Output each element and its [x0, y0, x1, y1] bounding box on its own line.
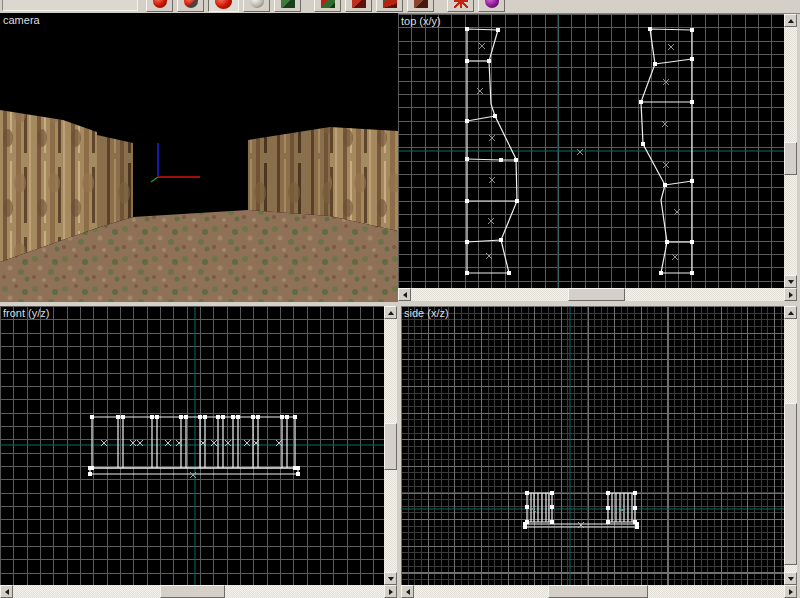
toolbar-separator [305, 0, 310, 12]
scroll-right-button[interactable] [784, 288, 797, 301]
toolbar-button-silver-sphere[interactable] [243, 0, 270, 12]
viewport-label-front: front (y/z) [3, 307, 49, 319]
red-blob-icon [215, 0, 232, 9]
side-view-wireframe [401, 306, 784, 585]
green-cube-icon [281, 0, 295, 8]
camera-scene [0, 13, 398, 302]
toolbar-button-maroon-cube[interactable] [407, 0, 434, 12]
toolbar-button-red-sphere-dark[interactable] [177, 0, 204, 12]
scroll-left-icon [403, 292, 407, 298]
purple-sphere-icon [485, 0, 499, 8]
scroll-up-button[interactable] [784, 14, 797, 27]
red-spokes-icon [454, 0, 468, 8]
toolbar-button-red-sphere[interactable] [146, 0, 173, 12]
toolbar-button-green-cube[interactable] [274, 0, 301, 12]
red-green-cube-icon [383, 0, 397, 8]
viewport-top: top (x/y) [398, 14, 798, 301]
front-view-wireframe [0, 306, 384, 585]
right-wall-far [248, 127, 330, 216]
top-view-wireframe [398, 14, 784, 288]
side-hscroll-thumb[interactable] [548, 585, 648, 598]
viewport-side: side (x/z) [401, 306, 798, 598]
side-vertical-scrollbar[interactable] [784, 306, 797, 585]
maroon-cube-icon [414, 0, 428, 8]
scroll-up-icon [388, 311, 394, 315]
side-horizontal-scrollbar[interactable] [401, 585, 797, 598]
scroll-down-button[interactable] [384, 572, 397, 585]
scroll-left-button[interactable] [0, 585, 13, 598]
viewport-label-camera: camera [3, 14, 40, 26]
viewport-label-top: top (x/y) [401, 15, 441, 27]
front-view-canvas[interactable]: front (y/z) [0, 306, 384, 585]
front-vertical-scrollbar[interactable] [384, 306, 397, 585]
scroll-left-icon [406, 589, 410, 595]
toolbar-button-red-cube[interactable] [345, 0, 372, 12]
left-wall-far [97, 135, 133, 228]
red-sphere-icon [153, 0, 167, 8]
scroll-left-icon [5, 589, 9, 595]
scroll-up-icon [788, 311, 794, 315]
green-red-cube-icon [321, 0, 335, 8]
red-cube-icon [352, 0, 366, 8]
toolbar-button-purple-sphere[interactable] [478, 0, 505, 12]
toolbar-button-red-green-cube[interactable] [376, 0, 403, 12]
viewport-label-side: side (x/z) [404, 307, 449, 319]
scroll-right-icon [389, 589, 393, 595]
toolbar-button-red-spokes[interactable] [447, 0, 474, 12]
scroll-down-icon [788, 577, 794, 581]
front-horizontal-scrollbar[interactable] [0, 585, 397, 598]
toolbar-button-green-red-cube[interactable] [314, 0, 341, 12]
side-vscroll-thumb[interactable] [784, 403, 797, 565]
toolbar-button-red-blob[interactable] [208, 0, 239, 12]
texture-toolbar [0, 0, 800, 14]
scroll-left-button[interactable] [398, 288, 411, 301]
viewport-front: front (y/z) [0, 306, 398, 598]
scroll-up-button[interactable] [784, 306, 797, 319]
scroll-right-icon [789, 589, 793, 595]
top-view-canvas[interactable]: top (x/y) [398, 14, 784, 288]
y-axis [151, 177, 158, 182]
front-vscroll-thumb[interactable] [384, 423, 397, 470]
top-hscroll-thumb[interactable] [568, 288, 625, 301]
side-view-canvas[interactable]: side (x/z) [401, 306, 784, 585]
toolbar-buttons [146, 0, 505, 12]
red-sphere-dark-icon [184, 0, 198, 8]
scroll-right-button[interactable] [384, 585, 397, 598]
right-wall-near [330, 127, 398, 231]
silver-sphere-icon [250, 0, 264, 8]
scroll-left-button[interactable] [401, 585, 414, 598]
front-hscroll-thumb[interactable] [160, 585, 225, 598]
scroll-up-icon [788, 19, 794, 23]
scroll-down-button[interactable] [784, 572, 797, 585]
scroll-down-icon [388, 577, 394, 581]
top-vscroll-thumb[interactable] [784, 142, 797, 175]
camera-view-canvas[interactable]: camera [0, 13, 398, 302]
scroll-right-button[interactable] [784, 585, 797, 598]
scroll-right-icon [789, 292, 793, 298]
top-vertical-scrollbar[interactable] [784, 14, 797, 288]
toolbar-separator [438, 0, 443, 12]
texture-combo[interactable] [2, 0, 138, 11]
scroll-down-icon [788, 280, 794, 284]
top-horizontal-scrollbar[interactable] [398, 288, 797, 301]
scroll-up-button[interactable] [384, 306, 397, 319]
scroll-down-button[interactable] [784, 275, 797, 288]
viewport-camera: camera [0, 13, 398, 302]
